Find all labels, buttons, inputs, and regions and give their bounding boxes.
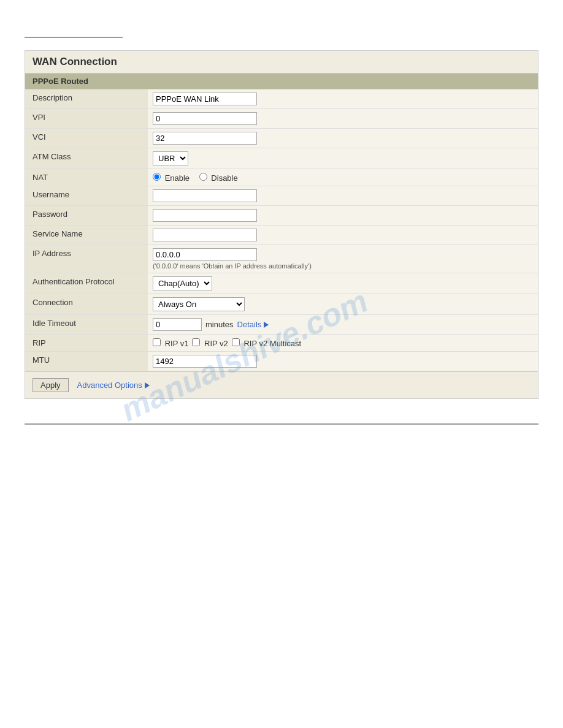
table-row: RIP RIP v1 RIP v2 RIP v2 Mul bbox=[25, 335, 538, 352]
rip-value-cell: RIP v1 RIP v2 RIP v2 Multicast bbox=[148, 335, 538, 352]
username-label: Username bbox=[25, 186, 148, 206]
description-label: Description bbox=[25, 89, 148, 109]
rip-v1-checkbox[interactable] bbox=[153, 338, 161, 346]
nat-enable-label[interactable]: Enable bbox=[153, 173, 192, 183]
table-row: Password bbox=[25, 206, 538, 226]
nat-label: NAT bbox=[25, 169, 148, 186]
nat-disable-label[interactable]: Disable bbox=[199, 173, 238, 183]
nat-disable-radio[interactable] bbox=[199, 173, 207, 181]
bottom-divider bbox=[25, 423, 538, 425]
table-row: Connection Always On Connect on Demand M… bbox=[25, 294, 538, 315]
table-row: Description bbox=[25, 89, 538, 109]
page-title: WAN Connection bbox=[25, 51, 538, 74]
mtu-input[interactable] bbox=[153, 355, 257, 368]
vci-input[interactable] bbox=[153, 132, 257, 145]
connection-label: Connection bbox=[25, 294, 148, 315]
mtu-label: MTU bbox=[25, 352, 148, 371]
rip-v2-multicast-label[interactable]: RIP v2 Multicast bbox=[232, 338, 301, 348]
atm-class-value-cell: UBR CBR VBR bbox=[148, 148, 538, 169]
description-input[interactable] bbox=[153, 93, 257, 105]
table-row: Authentication Protocol Chap(Auto) PAP C… bbox=[25, 273, 538, 294]
table-row: Idle Timeout minutes Details bbox=[25, 315, 538, 335]
atm-class-select[interactable]: UBR CBR VBR bbox=[153, 151, 188, 165]
minutes-label: minutes bbox=[205, 320, 234, 329]
service-name-value-cell bbox=[148, 226, 538, 245]
table-row: NAT Enable Disable bbox=[25, 169, 538, 186]
section-header: PPPoE Routed bbox=[25, 74, 538, 89]
apply-button[interactable]: Apply bbox=[33, 378, 69, 392]
rip-row: RIP v1 RIP v2 RIP v2 Multicast bbox=[153, 338, 533, 348]
table-row: VCI bbox=[25, 129, 538, 148]
ip-address-note: ('0.0.0.0' means 'Obtain an IP address a… bbox=[153, 262, 533, 270]
nat-value-cell: Enable Disable bbox=[148, 169, 538, 186]
table-row: ATM Class UBR CBR VBR bbox=[25, 148, 538, 169]
connection-select[interactable]: Always On Connect on Demand Manual bbox=[153, 297, 245, 311]
table-row: Service Name bbox=[25, 226, 538, 245]
details-link[interactable]: Details bbox=[237, 320, 269, 329]
ip-address-input[interactable] bbox=[153, 248, 257, 261]
vci-label: VCI bbox=[25, 129, 148, 148]
vpi-input[interactable] bbox=[153, 112, 257, 125]
rip-v1-label[interactable]: RIP v1 bbox=[153, 338, 188, 348]
wan-connection-box: WAN Connection PPPoE Routed Description … bbox=[25, 50, 538, 399]
advanced-options-link[interactable]: Advanced Options bbox=[77, 381, 150, 390]
vci-value-cell bbox=[148, 129, 538, 148]
details-arrow-icon bbox=[264, 322, 269, 328]
description-value-cell bbox=[148, 89, 538, 109]
ip-address-label: IP Address bbox=[25, 245, 148, 273]
footer-row: Apply Advanced Options bbox=[25, 371, 538, 398]
form-table: Description VPI VCI ATM Cl bbox=[25, 89, 538, 371]
rip-v2-label[interactable]: RIP v2 bbox=[192, 338, 228, 348]
idle-timeout-input[interactable] bbox=[153, 318, 202, 331]
advanced-arrow-icon bbox=[145, 382, 150, 389]
idle-timeout-row: minutes Details bbox=[153, 318, 533, 331]
password-value-cell bbox=[148, 206, 538, 226]
mtu-value-cell bbox=[148, 352, 538, 371]
username-value-cell bbox=[148, 186, 538, 206]
rip-v2-checkbox[interactable] bbox=[192, 338, 200, 346]
vpi-value-cell bbox=[148, 109, 538, 129]
table-row: VPI bbox=[25, 109, 538, 129]
auth-protocol-select[interactable]: Chap(Auto) PAP CHAP bbox=[153, 276, 212, 290]
ip-address-value-cell: ('0.0.0.0' means 'Obtain an IP address a… bbox=[148, 245, 538, 273]
password-label: Password bbox=[25, 206, 148, 226]
auth-protocol-value-cell: Chap(Auto) PAP CHAP bbox=[148, 273, 538, 294]
username-input[interactable] bbox=[153, 189, 257, 202]
idle-timeout-value-cell: minutes Details bbox=[148, 315, 538, 335]
table-row: Username bbox=[25, 186, 538, 206]
table-row: MTU bbox=[25, 352, 538, 371]
rip-label: RIP bbox=[25, 335, 148, 352]
connection-value-cell: Always On Connect on Demand Manual bbox=[148, 294, 538, 315]
nat-enable-radio[interactable] bbox=[153, 173, 161, 181]
table-row: IP Address ('0.0.0.0' means 'Obtain an I… bbox=[25, 245, 538, 273]
vpi-label: VPI bbox=[25, 109, 148, 129]
service-name-input[interactable] bbox=[153, 229, 257, 241]
rip-v2-multicast-checkbox[interactable] bbox=[232, 338, 240, 346]
auth-protocol-label: Authentication Protocol bbox=[25, 273, 148, 294]
idle-timeout-label: Idle Timeout bbox=[25, 315, 148, 335]
password-input[interactable] bbox=[153, 209, 257, 222]
service-name-label: Service Name bbox=[25, 226, 148, 245]
atm-class-label: ATM Class bbox=[25, 148, 148, 169]
top-divider bbox=[25, 37, 123, 38]
